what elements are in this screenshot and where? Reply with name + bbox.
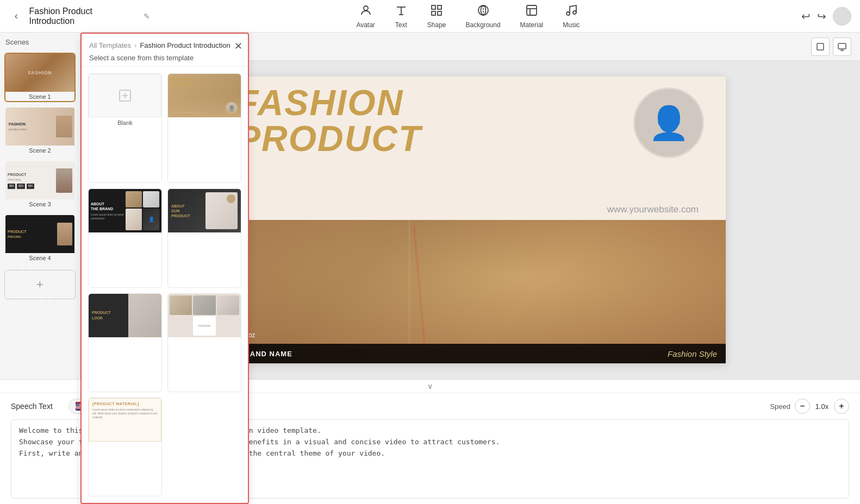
avatar-preview: 👤	[633, 87, 704, 158]
template-panel-subtitle: Select a scene from this template	[89, 54, 240, 62]
template-about-product[interactable]: ABOUTOURPRODUCT	[167, 188, 241, 287]
add-scene-icon: +	[36, 278, 43, 292]
svg-rect-6	[432, 11, 435, 15]
fabric-overlay	[215, 220, 726, 363]
template-collage-thumb: FASHION	[168, 294, 241, 337]
template-about-brand[interactable]: ABOUTTHE BRAND Lorem ipsum dolor sit ame…	[88, 188, 162, 287]
background-icon	[477, 4, 490, 19]
tool-background[interactable]: Background	[466, 4, 501, 29]
svg-rect-11	[527, 5, 537, 15]
template-fashion-thumb: FASHION PRODUCT www.yourwebsite.com 👤	[168, 74, 241, 117]
back-button[interactable]: ‹	[9, 9, 23, 24]
speed-label: Speed	[770, 402, 790, 411]
avatar-icon	[359, 4, 372, 19]
preview-top: FASHION PRODUCT www.yourwebsite.com 👤	[215, 77, 726, 226]
undo-button[interactable]: ↩	[801, 10, 811, 23]
user-avatar[interactable]	[833, 7, 851, 26]
top-bar: ‹ Fashion Product Introduction ✎ Avatar …	[0, 0, 860, 33]
fashion-title-line1: FASHION	[236, 85, 421, 121]
redo-button[interactable]: ↪	[817, 10, 826, 23]
tool-material[interactable]: Material	[520, 4, 544, 29]
app-title: Fashion Product Introduction	[29, 7, 138, 26]
template-collage[interactable]: FASHION	[167, 293, 241, 380]
speed-decrease-button[interactable]: −	[795, 399, 810, 414]
template-panel: All Templates › Fashion Product Introduc…	[80, 33, 249, 379]
toggle-icon: ∨	[427, 382, 433, 390]
speech-text-label: Speech Text	[11, 402, 60, 411]
shape-label: Shape	[427, 21, 446, 29]
template-product-look[interactable]: PRODUCTLOOK	[88, 293, 162, 380]
svg-rect-20	[838, 43, 846, 49]
material-icon	[525, 4, 538, 19]
canvas-tool-rect[interactable]	[811, 37, 830, 56]
breadcrumb-all-templates[interactable]: All Templates	[89, 41, 131, 49]
scenes-title: Scenes	[4, 38, 76, 46]
speed-increase-button[interactable]: +	[834, 399, 849, 414]
template-blank[interactable]: Blank	[88, 73, 162, 183]
add-scene-button[interactable]: +	[4, 270, 76, 299]
template-grid: Blank FASHION PRODUCT www.yourwebsite.co…	[82, 67, 248, 379]
text-icon	[395, 4, 408, 19]
text-label: Text	[395, 21, 407, 29]
scene-3-label: Scene 3	[5, 201, 74, 209]
svg-rect-4	[432, 5, 435, 9]
fashion-title-line2: PRODUCT	[236, 121, 421, 156]
toggle-panel-button[interactable]: ∨	[427, 382, 433, 390]
tool-avatar[interactable]: Avatar	[356, 4, 375, 29]
template-panel-close-button[interactable]: ✕	[234, 40, 242, 52]
fashion-style-text: Fashion Style	[668, 349, 717, 358]
top-bar-left: ‹ Fashion Product Introduction ✎	[9, 7, 150, 26]
website-url: www.yourwebsite.com	[607, 204, 699, 215]
scenes-panel: Scenes FASHION Scene 1 FASHION product i…	[0, 33, 80, 379]
fashion-title-block: FASHION PRODUCT	[236, 85, 421, 156]
template-about-product-thumb: ABOUTOURPRODUCT	[168, 189, 241, 232]
shape-icon	[430, 4, 443, 19]
blank-template-label: Blank	[89, 117, 161, 128]
breadcrumb-current: Fashion Product Introduction	[140, 41, 230, 49]
avatar-label: Avatar	[356, 21, 375, 29]
svg-rect-19	[817, 43, 824, 50]
tool-music[interactable]: Music	[563, 4, 579, 29]
scene-item-2[interactable]: FASHION product intro Scene 2	[4, 106, 76, 156]
breadcrumb-separator: ›	[134, 41, 136, 49]
svg-rect-5	[438, 5, 441, 9]
preview-bottom: V Vidnoz	[215, 220, 726, 363]
svg-point-15	[573, 11, 576, 14]
preview-canvas[interactable]: FASHION PRODUCT www.yourwebsite.com 👤	[215, 77, 726, 363]
scene-item-3[interactable]: PRODUCT PRICING $80 $80 $80 Scene 3	[4, 160, 76, 210]
top-bar-tools: Avatar Text Shape Backg	[150, 4, 786, 29]
scene-2-label: Scene 2	[5, 147, 74, 155]
material-label: Material	[520, 21, 544, 29]
speed-section: Speed − 1.0x +	[770, 399, 849, 414]
edit-title-icon[interactable]: ✎	[144, 12, 150, 21]
tool-text[interactable]: Text	[395, 4, 408, 29]
scene-item-4[interactable]: PRODUCT PRICING Scene 4	[4, 214, 76, 263]
website-url-block: www.yourwebsite.com	[607, 204, 699, 215]
breadcrumb: All Templates › Fashion Product Introduc…	[89, 41, 240, 49]
template-panel-header: All Templates › Fashion Product Introduc…	[82, 34, 248, 67]
background-label: Background	[466, 21, 501, 29]
svg-point-14	[566, 12, 570, 15]
music-label: Music	[563, 21, 579, 29]
fabric-background	[215, 220, 726, 363]
scene-item-1[interactable]: FASHION Scene 1	[4, 53, 76, 102]
preview-bottom-bar: ⊙ BRAND NAME Fashion Style	[215, 344, 726, 363]
scene-4-label: Scene 4	[5, 255, 74, 262]
speed-value: 1.0x	[814, 402, 830, 411]
svg-point-0	[364, 6, 368, 10]
svg-rect-7	[438, 11, 441, 15]
music-icon	[565, 4, 578, 19]
template-fashion[interactable]: FASHION PRODUCT www.yourwebsite.com 👤	[167, 73, 241, 183]
scene-1-label: Scene 1	[5, 93, 74, 101]
avatar-silhouette: 👤	[649, 104, 689, 142]
tool-shape[interactable]: Shape	[427, 4, 446, 29]
template-about-brand-thumb: ABOUTTHE BRAND Lorem ipsum dolor sit ame…	[89, 189, 161, 232]
template-product-look-thumb: PRODUCTLOOK	[89, 294, 161, 337]
main-area: Scenes FASHION Scene 1 FASHION product i…	[0, 33, 860, 379]
canvas-tool-presentation[interactable]	[833, 37, 851, 56]
top-bar-right: ↩ ↪	[786, 7, 851, 26]
blank-thumb	[89, 74, 161, 117]
